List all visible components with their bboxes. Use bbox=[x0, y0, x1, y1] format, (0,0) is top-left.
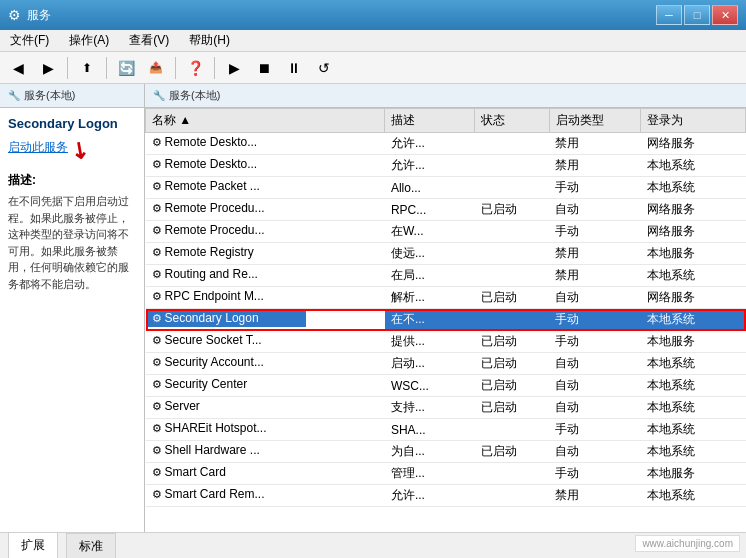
menu-action[interactable]: 操作(A) bbox=[63, 30, 115, 51]
service-icon: ⚙ bbox=[152, 202, 162, 215]
toolbar-back[interactable]: ◀ bbox=[4, 55, 32, 81]
toolbar-up[interactable]: ⬆ bbox=[73, 55, 101, 81]
watermark: www.aichunjing.com bbox=[635, 535, 740, 552]
service-name: Remote Procedu... bbox=[165, 201, 265, 215]
toolbar-help[interactable]: ❓ bbox=[181, 55, 209, 81]
col-header-desc[interactable]: 描述 bbox=[385, 109, 475, 133]
service-icon: ⚙ bbox=[152, 290, 162, 303]
service-icon: ⚙ bbox=[152, 312, 162, 325]
service-name: Server bbox=[165, 399, 200, 413]
service-status bbox=[475, 133, 550, 155]
service-logon: 本地系统 bbox=[641, 441, 746, 463]
service-name: Secure Socket T... bbox=[165, 333, 262, 347]
col-header-logon[interactable]: 登录为 bbox=[641, 109, 746, 133]
left-panel-title: 服务(本地) bbox=[24, 88, 75, 103]
toolbar-refresh[interactable]: 🔄 bbox=[112, 55, 140, 81]
table-row[interactable]: ⚙Remote Packet ...Allo...手动本地系统 bbox=[146, 177, 746, 199]
table-row[interactable]: ⚙Secure Socket T...提供...已启动手动本地服务 bbox=[146, 331, 746, 353]
service-icon: ⚙ bbox=[152, 158, 162, 171]
service-logon: 网络服务 bbox=[641, 133, 746, 155]
service-startup: 自动 bbox=[549, 287, 640, 309]
toolbar-play[interactable]: ▶ bbox=[220, 55, 248, 81]
tab-extended[interactable]: 扩展 bbox=[8, 532, 58, 558]
service-name: Remote Deskto... bbox=[165, 135, 258, 149]
tab-standard[interactable]: 标准 bbox=[66, 533, 116, 559]
toolbar-sep-4 bbox=[214, 57, 215, 79]
service-desc: SHA... bbox=[385, 419, 475, 441]
service-desc: 允许... bbox=[385, 485, 475, 507]
service-logon: 本地系统 bbox=[641, 177, 746, 199]
right-panel-title: 服务(本地) bbox=[169, 88, 220, 103]
table-row[interactable]: ⚙Server支持...已启动自动本地系统 bbox=[146, 397, 746, 419]
service-desc: 管理... bbox=[385, 463, 475, 485]
toolbar-pause[interactable]: ⏸ bbox=[280, 55, 308, 81]
service-desc: 提供... bbox=[385, 331, 475, 353]
menu-help[interactable]: 帮助(H) bbox=[183, 30, 236, 51]
toolbar-restart[interactable]: ↺ bbox=[310, 55, 338, 81]
service-startup: 手动 bbox=[549, 309, 640, 331]
table-row[interactable]: ⚙Security Account...启动...已启动自动本地系统 bbox=[146, 353, 746, 375]
table-row[interactable]: ⚙RPC Endpoint M...解析...已启动自动网络服务 bbox=[146, 287, 746, 309]
service-table[interactable]: 名称 ▲ 描述 状态 启动类型 bbox=[145, 108, 746, 532]
service-desc: Allo... bbox=[385, 177, 475, 199]
service-logon: 本地系统 bbox=[641, 309, 746, 331]
service-startup: 禁用 bbox=[549, 155, 640, 177]
close-button[interactable]: ✕ bbox=[712, 5, 738, 25]
service-desc: RPC... bbox=[385, 199, 475, 221]
service-status bbox=[475, 309, 550, 331]
service-status bbox=[475, 221, 550, 243]
main-content: 🔧 服务(本地) Secondary Logon 启动此服务 ↘ 描述: 在不同… bbox=[0, 84, 746, 532]
right-panel-icon: 🔧 bbox=[153, 90, 165, 101]
table-row[interactable]: ⚙Remote Procedu...RPC...已启动自动网络服务 bbox=[146, 199, 746, 221]
col-header-startup[interactable]: 启动类型 bbox=[549, 109, 640, 133]
service-name: Secondary Logon bbox=[165, 311, 259, 325]
service-icon: ⚙ bbox=[152, 224, 162, 237]
toolbar-export[interactable]: 📤 bbox=[142, 55, 170, 81]
service-startup: 禁用 bbox=[549, 243, 640, 265]
services-list: 名称 ▲ 描述 状态 启动类型 bbox=[145, 108, 746, 507]
service-status: 已启动 bbox=[475, 353, 550, 375]
service-status: 已启动 bbox=[475, 287, 550, 309]
service-name: Smart Card bbox=[165, 465, 226, 479]
table-row[interactable]: ⚙Secondary Logon在不...手动本地系统 bbox=[146, 309, 746, 331]
service-desc: WSC... bbox=[385, 375, 475, 397]
menu-file[interactable]: 文件(F) bbox=[4, 30, 55, 51]
service-name: RPC Endpoint M... bbox=[165, 289, 264, 303]
service-icon: ⚙ bbox=[152, 246, 162, 259]
service-icon: ⚙ bbox=[152, 136, 162, 149]
table-row[interactable]: ⚙Routing and Re...在局...禁用本地系统 bbox=[146, 265, 746, 287]
service-name: Remote Registry bbox=[165, 245, 254, 259]
table-row[interactable]: ⚙Remote Deskto...允许...禁用本地系统 bbox=[146, 155, 746, 177]
col-header-status[interactable]: 状态 bbox=[475, 109, 550, 133]
service-desc: 启动... bbox=[385, 353, 475, 375]
service-icon: ⚙ bbox=[152, 180, 162, 193]
service-name: Remote Procedu... bbox=[165, 223, 265, 237]
table-row[interactable]: ⚙Security CenterWSC...已启动自动本地系统 bbox=[146, 375, 746, 397]
service-desc: 在不... bbox=[385, 309, 475, 331]
service-status bbox=[475, 155, 550, 177]
table-row[interactable]: ⚙Shell Hardware ...为自...已启动自动本地系统 bbox=[146, 441, 746, 463]
service-startup: 手动 bbox=[549, 463, 640, 485]
table-row[interactable]: ⚙Remote Deskto...允许...禁用网络服务 bbox=[146, 133, 746, 155]
service-startup: 手动 bbox=[549, 331, 640, 353]
toolbar-forward[interactable]: ▶ bbox=[34, 55, 62, 81]
service-startup: 禁用 bbox=[549, 133, 640, 155]
service-startup: 自动 bbox=[549, 353, 640, 375]
table-row[interactable]: ⚙Remote Procedu...在W...手动网络服务 bbox=[146, 221, 746, 243]
menu-view[interactable]: 查看(V) bbox=[123, 30, 175, 51]
table-row[interactable]: ⚙Smart Card管理...手动本地服务 bbox=[146, 463, 746, 485]
window-controls: ─ □ ✕ bbox=[656, 5, 738, 25]
minimize-button[interactable]: ─ bbox=[656, 5, 682, 25]
service-logon: 网络服务 bbox=[641, 287, 746, 309]
start-service-link[interactable]: 启动此服务 bbox=[8, 139, 68, 156]
col-header-name[interactable]: 名称 ▲ bbox=[146, 109, 385, 133]
table-row[interactable]: ⚙Smart Card Rem...允许...禁用本地系统 bbox=[146, 485, 746, 507]
table-row[interactable]: ⚙SHAREit Hotspot...SHA...手动本地系统 bbox=[146, 419, 746, 441]
service-status: 已启动 bbox=[475, 397, 550, 419]
service-startup: 禁用 bbox=[549, 485, 640, 507]
maximize-button[interactable]: □ bbox=[684, 5, 710, 25]
toolbar-stop[interactable]: ⏹ bbox=[250, 55, 278, 81]
service-status bbox=[475, 485, 550, 507]
table-row[interactable]: ⚙Remote Registry使远...禁用本地服务 bbox=[146, 243, 746, 265]
service-name: Security Center bbox=[165, 377, 248, 391]
